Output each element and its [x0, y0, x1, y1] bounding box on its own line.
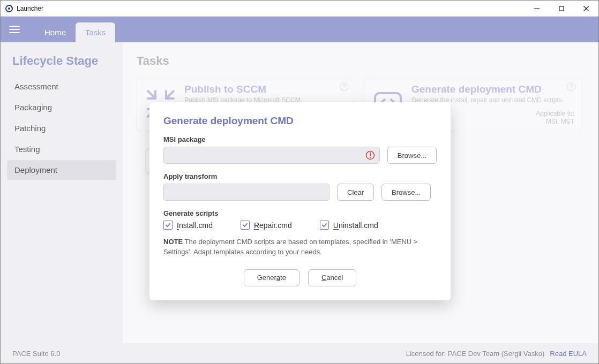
check-install-label: Install.cmd — [177, 221, 213, 230]
check-uninstall-label: Uninstall.cmd — [333, 221, 378, 230]
clear-button[interactable]: Clear — [337, 184, 374, 201]
minimize-button[interactable] — [525, 1, 549, 17]
footer-license: Licensed for: PACE Dev Team (Sergii Vask… — [406, 350, 545, 358]
check-repair[interactable]: Repair.cmd — [241, 221, 292, 230]
sidebar-item-packaging[interactable]: Packaging — [7, 97, 116, 117]
checkbox-icon — [163, 221, 173, 230]
footer-eula-link[interactable]: Read EULA — [550, 350, 587, 358]
tab-tasks[interactable]: Tasks — [76, 22, 115, 42]
svg-rect-3 — [559, 6, 564, 11]
cancel-button[interactable]: Cancel — [308, 269, 356, 286]
app-icon — [5, 4, 13, 13]
sidebar-title: Lifecycle Stage — [12, 54, 116, 68]
dialog-title: Generate deployment CMD — [163, 115, 437, 127]
sidebar-item-testing[interactable]: Testing — [7, 139, 116, 159]
generate-scripts-label: Generate scripts — [163, 209, 437, 217]
browse-transform-button[interactable]: Browse... — [381, 184, 431, 201]
checkbox-icon — [320, 221, 329, 230]
error-icon — [365, 150, 375, 160]
maximize-button[interactable] — [549, 1, 574, 17]
check-install[interactable]: Install.cmd — [163, 221, 213, 230]
note-text: NOTE The deployment CMD scripts are base… — [163, 237, 437, 257]
dialog-generate-cmd: Generate deployment CMD MSI package Brow… — [149, 102, 451, 300]
check-uninstall[interactable]: Uninstall.cmd — [320, 221, 378, 230]
navbar: Home Tasks — [1, 17, 598, 42]
app-window: Launcher Home Tasks Lifecycle Stage Asse… — [0, 0, 599, 364]
sidebar-item-deployment[interactable]: Deployment — [7, 160, 116, 180]
generate-button[interactable]: Generate — [244, 269, 300, 286]
menu-icon[interactable] — [9, 22, 24, 37]
browse-msi-button[interactable]: Browse... — [387, 147, 437, 164]
svg-point-9 — [370, 157, 371, 158]
window-controls — [525, 1, 598, 17]
footer: PACE Suite 6.0 Licensed for: PACE Dev Te… — [1, 343, 598, 363]
sidebar: Lifecycle Stage Assessment Packaging Pat… — [1, 42, 123, 344]
transform-label: Apply transform — [163, 172, 437, 180]
checkbox-icon — [241, 221, 250, 230]
msi-package-input[interactable] — [163, 147, 380, 164]
tab-home[interactable]: Home — [35, 22, 76, 42]
close-button[interactable] — [574, 1, 598, 17]
titlebar: Launcher — [1, 1, 598, 17]
check-repair-label: Repair.cmd — [254, 221, 292, 230]
msi-label: MSI package — [163, 135, 437, 143]
sidebar-item-assessment[interactable]: Assessment — [7, 77, 116, 96]
footer-version: PACE Suite 6.0 — [12, 350, 60, 358]
window-title: Launcher — [17, 5, 43, 12]
transform-input[interactable] — [163, 184, 330, 201]
sidebar-item-patching[interactable]: Patching — [7, 118, 116, 138]
svg-point-1 — [8, 7, 10, 10]
